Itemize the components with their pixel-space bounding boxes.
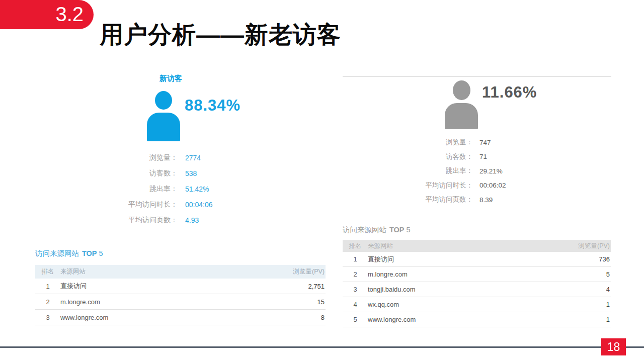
table-title-text: 访问来源网站 [35,249,79,257]
stat-value: 8.39 [479,196,493,204]
stat-row: 跳出率： 29.21% [388,164,506,178]
stat-value: 29.21% [479,167,503,175]
table-title-top: TOP [389,226,405,234]
stat-row: 访客数： 71 [388,150,506,164]
stat-row: 浏览量： 747 [388,135,506,150]
cell-rank: 5 [343,316,368,323]
stat-value: 00:04:06 [185,201,213,209]
cell-site: www.longre.com [368,316,555,323]
stat-value: 71 [479,153,487,160]
header-rank: 排名 [35,267,60,276]
source-table-title-right: 访问来源网站TOP5 [343,225,411,235]
stat-label: 平均访问页数： [93,216,178,225]
table-title-top: TOP [82,249,97,257]
cell-rank: 3 [35,314,60,321]
table-row: 4 wx.qq.com 1 [343,297,611,312]
header-rank: 排名 [343,242,368,250]
stat-label: 跳出率： [93,185,178,194]
page-number-badge: 18 [601,338,626,355]
cell-pv: 8 [270,314,326,321]
header-pv: 浏览量(PV) [555,242,611,250]
cell-site: 直接访问 [368,255,555,264]
table-header-row: 排名 来源网站 浏览量(PV) [343,240,611,252]
cell-pv: 1 [555,301,611,308]
table-title-n: 5 [407,226,411,234]
stat-value: 00:06:02 [479,182,506,189]
table-title-n: 5 [99,249,103,257]
cell-rank: 2 [35,298,60,306]
cell-site: m.longre.com [368,270,555,278]
table-row: 3 www.longre.com 8 [35,310,326,325]
cell-rank: 1 [343,255,368,263]
table-row: 5 www.longre.com 1 [343,312,611,327]
cell-site: m.longre.com [60,298,270,306]
cell-pv: 5 [555,270,611,278]
table-row: 2 m.longre.com 15 [35,294,326,310]
stat-label: 访客数： [93,169,178,178]
table-title-text: 访问来源网站 [343,226,386,234]
cell-pv: 1 [555,316,611,323]
table-row: 1 直接访问 736 [343,252,611,267]
cell-rank: 2 [343,270,368,278]
table-row: 3 tongji.baidu.com 4 [343,282,611,297]
stat-value: 4.93 [185,216,199,224]
stat-row: 平均访问时长： 00:04:06 [93,197,213,212]
stat-label: 跳出率： [388,166,473,175]
cell-pv: 2,751 [270,283,326,290]
header-pv: 浏览量(PV) [270,267,326,276]
page-title: 用户分析——新老访客 [100,19,341,51]
panel-top-divider [343,76,611,77]
new-visitors-percent: 88.34% [185,97,240,115]
header-site: 来源网站 [60,267,270,276]
new-visitors-stats: 浏览量： 2774 访客数： 538 跳出率： 51.42% 平均访问时长： 0… [93,150,213,228]
returning-visitors-stats: 浏览量： 747 访客数： 71 跳出率： 29.21% 平均访问时长： 00:… [388,135,506,207]
stat-label: 平均访问时长： [388,181,473,190]
cell-site: www.longre.com [60,314,270,321]
cell-rank: 4 [343,301,368,308]
header-site: 来源网站 [368,242,555,250]
cell-site: tongji.baidu.com [368,286,555,293]
stat-value: 51.42% [185,185,209,193]
source-table-title-left: 访问来源网站TOP5 [35,249,103,258]
cell-site: 直接访问 [60,282,270,291]
cell-rank: 1 [35,283,60,290]
stat-label: 浏览量： [388,138,473,147]
stat-label: 平均访问时长： [93,200,178,209]
table-header-row: 排名 来源网站 浏览量(PV) [35,265,326,279]
stat-row: 平均访问页数： 8.39 [388,193,506,207]
stat-value: 538 [185,169,197,177]
stat-value: 2774 [185,154,201,162]
cell-site: wx.qq.com [368,301,555,308]
stat-row: 跳出率： 51.42% [93,181,213,197]
section-number-badge: 3.2 [0,0,94,29]
footer-divider-line [0,346,644,348]
stat-label: 访客数： [388,152,473,161]
source-table-left: 排名 来源网站 浏览量(PV) 1 直接访问 2,751 2 m.longre.… [35,265,326,325]
stat-row: 访客数： 538 [93,165,213,181]
source-table-right: 排名 来源网站 浏览量(PV) 1 直接访问 736 2 m.longre.co… [343,240,611,327]
stat-label: 平均访问页数： [388,195,473,204]
stat-row: 平均访问时长： 00:06:02 [388,178,506,193]
cell-pv: 4 [555,286,611,293]
cell-pv: 736 [555,255,611,263]
stat-row: 平均访问页数： 4.93 [93,212,213,228]
new-visitors-label: 新访客 [159,74,182,83]
table-row: 1 直接访问 2,751 [35,279,326,294]
cell-rank: 3 [343,286,368,293]
stat-value: 747 [479,139,491,146]
stat-label: 浏览量： [93,153,178,162]
table-row: 2 m.longre.com 5 [343,267,611,282]
stat-row: 浏览量： 2774 [93,150,213,165]
returning-visitors-percent: 11.66% [482,83,537,102]
cell-pv: 15 [270,298,326,306]
